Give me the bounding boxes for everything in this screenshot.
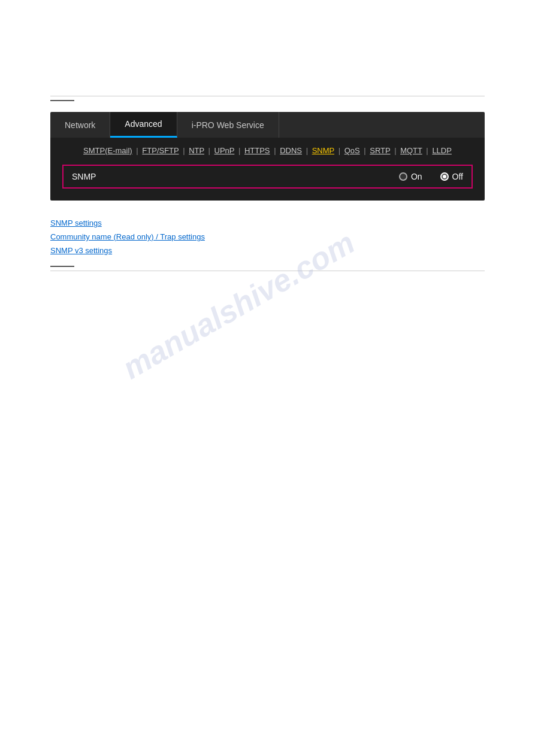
subnav-lldp[interactable]: LLDP (432, 146, 452, 155)
subnav-smtp[interactable]: SMTP(E-mail) (83, 146, 132, 155)
top-divider (50, 96, 485, 96)
snmp-on-option[interactable]: On (399, 172, 422, 181)
short-line (50, 100, 74, 101)
link-snmp-v3[interactable]: SNMP v3 settings (50, 246, 485, 255)
subnav-mqtt[interactable]: MQTT (400, 146, 422, 155)
subnav-snmp[interactable]: SNMP (312, 146, 334, 155)
links-section: SNMP settings Community name (Read only)… (50, 218, 485, 255)
subnav-qos[interactable]: QoS (344, 146, 360, 155)
sub-nav: SMTP(E-mail) | FTP/SFTP | NTP | UPnP | H… (62, 146, 473, 155)
snmp-radio-group: On Off (399, 172, 463, 181)
subnav-upnp[interactable]: UPnP (214, 146, 235, 155)
tab-ipro-web-service[interactable]: i-PRO Web Service (177, 112, 279, 138)
snmp-off-option[interactable]: Off (440, 172, 463, 181)
snmp-off-radio[interactable] (440, 172, 449, 181)
subnav-srtp[interactable]: SRTP (370, 146, 390, 155)
subnav-ftp-sftp[interactable]: FTP/SFTP (142, 146, 179, 155)
link-community-name[interactable]: Community name (Read only) / Trap settin… (50, 232, 485, 241)
tab-bar: Network Advanced i-PRO Web Service (50, 112, 485, 138)
advanced-panel: SMTP(E-mail) | FTP/SFTP | NTP | UPnP | H… (50, 138, 485, 201)
bottom-short-line (50, 266, 74, 267)
snmp-on-label: On (411, 172, 422, 181)
snmp-label: SNMP (72, 172, 399, 181)
tab-advanced[interactable]: Advanced (110, 112, 177, 138)
subnav-https[interactable]: HTTPS (244, 146, 270, 155)
snmp-on-radio[interactable] (399, 172, 407, 181)
subnav-ntp[interactable]: NTP (189, 146, 204, 155)
link-snmp-settings[interactable]: SNMP settings (50, 218, 485, 227)
snmp-off-label: Off (452, 172, 463, 181)
tab-network[interactable]: Network (50, 112, 110, 138)
snmp-row: SNMP On Off (62, 165, 473, 189)
subnav-ddns[interactable]: DDNS (280, 146, 302, 155)
bottom-divider (50, 271, 485, 271)
